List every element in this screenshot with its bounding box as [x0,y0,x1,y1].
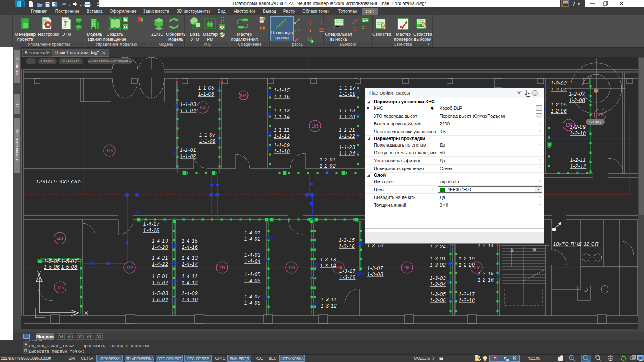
svg-text:1-1-07: 1-1-07 [199,132,216,138]
svg-text:1-5-05: 1-5-05 [44,258,60,264]
svg-text:1-2-09: 1-2-09 [570,124,586,130]
svg-text:1-4-12: 1-4-12 [182,280,198,286]
svg-text:1-1-03: 1-1-03 [180,102,197,107]
svg-text:1-1-10: 1-1-10 [274,149,290,154]
svg-text:1-3-04: 1-3-04 [430,282,446,287]
svg-text:1-4-14: 1-4-14 [182,261,198,267]
svg-text:1-1-17: 1-1-17 [339,85,356,91]
svg-text:1-2-04: 1-2-04 [551,87,567,92]
svg-text:1-4-20: 1-4-20 [152,244,168,250]
svg-text:?: ? [572,1,575,7]
svg-text:1-4-22: 1-4-22 [152,261,168,267]
svg-text:1-4-02: 1-4-02 [244,236,261,242]
svg-text:1-1-02: 1-1-02 [180,154,197,159]
svg-text:1-2-19: 1-2-19 [459,256,475,262]
svg-text:1-4-05: 1-4-05 [244,272,261,277]
svg-text:1-3-18: 1-3-18 [339,274,356,280]
svg-text:1-5-06: 1-5-06 [44,264,60,270]
svg-text:1-4-08: 1-4-08 [244,300,261,306]
svg-text:1-4-18: 1-4-18 [143,227,160,233]
svg-text:1-5-08: 1-5-08 [61,264,78,270]
svg-text:1-1-21: 1-1-21 [339,127,355,133]
svg-text:1-1-23: 1-1-23 [339,144,355,150]
svg-text:102: 102 [199,105,206,110]
svg-text:1-2-05: 1-2-05 [551,102,567,108]
svg-text:1-2-02: 1-2-02 [320,163,336,169]
svg-text:1-1-20: 1-1-20 [339,114,355,120]
svg-text:1-2-14: 1-2-14 [478,243,494,248]
svg-text:103: 103 [312,124,319,128]
svg-text:1-5-01: 1-5-01 [152,274,168,279]
svg-text:1-1-08: 1-1-08 [199,138,216,144]
svg-text:102п: 102п [239,93,248,98]
svg-text:1-2-07: 1-2-07 [569,91,585,97]
svg-text:1-1-24: 1-1-24 [339,151,355,156]
svg-text:1-1-15: 1-1-15 [274,88,290,93]
svg-text:1-2-06: 1-2-06 [551,108,567,114]
svg-text:1-1-12: 1-1-12 [274,133,290,139]
svg-text:1-3-15: 1-3-15 [339,237,355,243]
svg-text:1-3-03: 1-3-03 [430,275,446,281]
svg-text:1-1-11: 1-1-11 [274,127,290,133]
svg-text:1-1-05: 1-1-05 [198,85,215,91]
svg-text:111: 111 [219,265,225,270]
svg-text:1-4-10: 1-4-10 [182,297,198,303]
svg-text:1-2-24: 1-2-24 [430,244,446,250]
svg-text:1-4-11: 1-4-11 [182,274,198,279]
svg-text:1-4-04: 1-4-04 [244,258,261,264]
svg-text:Σ: Σ [64,21,68,28]
svg-text:1-4-13: 1-4-13 [182,255,198,261]
svg-text:1-2-18: 1-2-18 [459,298,475,303]
svg-text:1-1-19: 1-1-19 [339,108,355,114]
svg-text:1-4-16: 1-4-16 [182,244,198,250]
svg-text:1-3-01: 1-3-01 [430,256,446,262]
svg-text:1-5-07: 1-5-07 [61,258,78,264]
svg-text:1-3-12: 1-3-12 [321,303,337,309]
svg-text:112: 112 [126,265,133,270]
svg-text:1-5-03: 1-5-03 [152,291,168,296]
svg-text:1-5-02: 1-5-02 [152,280,168,286]
svg-text:110: 110 [288,265,295,270]
svg-text:1-3-05: 1-3-05 [430,291,446,297]
svg-text:1-4-09: 1-4-09 [182,291,198,296]
svg-text:1-3-07: 1-3-07 [367,265,384,271]
svg-text:1-3-14: 1-3-14 [320,263,336,269]
svg-text:1-4-03: 1-4-03 [244,252,261,258]
svg-text:1-3-16: 1-3-16 [339,244,355,249]
svg-text:18хТО ПНД 32 СП: 18хТО ПНД 32 СП [553,241,599,246]
svg-text:1-2-16: 1-2-16 [478,277,494,283]
svg-text:1-3-08: 1-3-08 [367,272,384,277]
svg-text:1-3-02: 1-3-02 [430,262,446,268]
svg-text:114: 114 [57,236,63,241]
svg-text:1-3-17: 1-3-17 [339,268,356,274]
svg-text:1-1-04: 1-1-04 [180,108,197,114]
svg-text:1-2-12: 1-2-12 [570,163,587,169]
svg-text:108: 108 [404,265,411,270]
svg-text:12xUTP 4x2 c5e: 12xUTP 4x2 c5e [36,178,81,185]
svg-text:1-3-10: 1-3-10 [367,243,384,248]
svg-text:1-1-16: 1-1-16 [274,94,290,99]
svg-text:1-2-15: 1-2-15 [478,271,494,277]
svg-text:1-1-13: 1-1-13 [274,108,290,114]
svg-text:1-1-09: 1-1-09 [274,142,290,148]
svg-text:1-2-20: 1-2-20 [459,262,475,268]
svg-text:1-4-21: 1-4-21 [152,255,168,261]
svg-text:1-1-01: 1-1-01 [180,147,197,153]
svg-text:1-3-13: 1-3-13 [320,257,336,263]
svg-text:1-1-18: 1-1-18 [339,91,356,97]
svg-text:118: 118 [106,149,113,153]
svg-text:116: 116 [57,285,64,290]
svg-text:1-2-11: 1-2-11 [570,157,586,163]
svg-text:1-3-06: 1-3-06 [430,298,446,303]
svg-text:1-4-19: 1-4-19 [152,238,168,244]
svg-text:1-2-10: 1-2-10 [570,130,586,136]
svg-text:1-2-08: 1-2-08 [569,97,585,103]
svg-text:Сверху: Сверху [589,120,602,124]
svg-text:1-4-06: 1-4-06 [244,278,261,284]
svg-text:1-4-15: 1-4-15 [182,238,198,244]
svg-text:1-4-17: 1-4-17 [143,221,160,227]
svg-text:1-1-06: 1-1-06 [198,91,215,97]
svg-text:1-3-11: 1-3-11 [321,297,337,303]
svg-text:1-2-01: 1-2-01 [320,157,336,163]
svg-text:1-4-07: 1-4-07 [244,294,261,300]
